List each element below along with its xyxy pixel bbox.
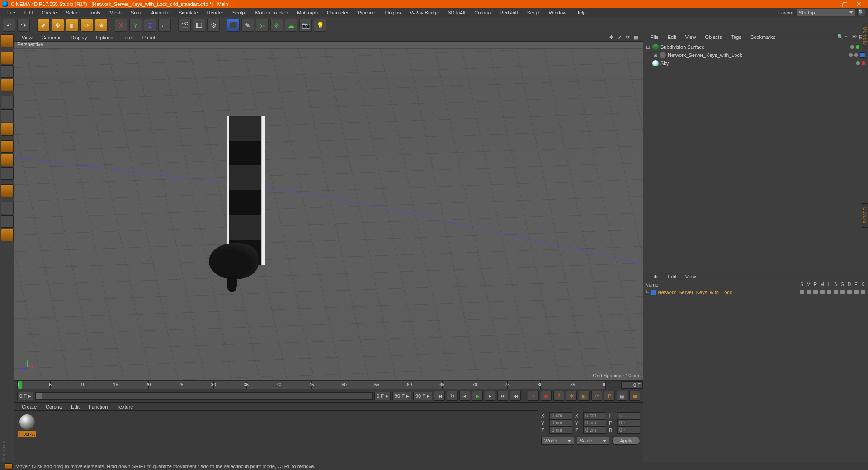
minimize-button[interactable]: — (823, 1, 837, 7)
object-manager-tree[interactable]: ⊟Subdivision Surface✓⊞Network_Server_Key… (643, 41, 868, 272)
layer-col-g[interactable]: G (839, 282, 846, 287)
add-generator-button[interactable]: ◎ (256, 19, 269, 32)
menu-help[interactable]: Help (571, 8, 590, 17)
material-swatch[interactable]: Floor-st (18, 414, 36, 437)
axis-z-lock[interactable]: Z (144, 19, 156, 32)
render-view-button[interactable]: 🎬 (178, 19, 191, 32)
play-button[interactable]: ▶ (472, 391, 483, 401)
layermenu-file[interactable]: File (646, 274, 663, 279)
scrub-frame-field[interactable]: 0 F▸ (374, 392, 391, 400)
render-pv-button[interactable]: 🎞 (193, 19, 205, 32)
add-light-button[interactable]: 💡 (314, 19, 326, 32)
viewport-layout-icon[interactable]: ▦ (634, 34, 640, 41)
timeline-endframe-field[interactable]: 0 F (621, 381, 643, 389)
menu-snap[interactable]: Snap (126, 8, 147, 17)
menu-simulate[interactable]: Simulate (174, 8, 203, 17)
object-name[interactable]: Subdivision Surface (660, 44, 704, 50)
objmenu-file[interactable]: File (646, 34, 663, 40)
redo-button[interactable]: ↷ (17, 19, 30, 32)
layer-flag-icon[interactable] (820, 290, 825, 294)
matmenu-function[interactable]: Function (84, 404, 112, 409)
layer-flag-icon[interactable] (834, 290, 838, 294)
add-camera-button[interactable]: 📷 (299, 19, 312, 32)
param-key-button[interactable]: P (604, 391, 615, 401)
viewport-nav-move-icon[interactable]: ✥ (609, 34, 616, 41)
lock-workplane-button[interactable] (1, 215, 14, 228)
workplane-button[interactable] (1, 202, 14, 214)
timeline-ruler[interactable]: 051015202530354045505560657075808590 0 F (14, 381, 643, 390)
layer-flag-icon[interactable] (847, 290, 852, 294)
vmenu-display[interactable]: Display (66, 35, 91, 40)
objmenu-tags[interactable]: Tags (726, 34, 746, 40)
vmenu-cameras[interactable]: Cameras (37, 35, 66, 40)
model-mode-button[interactable] (1, 52, 14, 64)
viewport-nav-zoom-icon[interactable]: ⤢ (618, 34, 624, 41)
visibility-dot-icon[interactable] (856, 61, 860, 65)
dopesheet-button[interactable]: ▦ (617, 391, 627, 401)
visibility-dot-icon[interactable] (850, 45, 854, 49)
layer-flag-icon[interactable] (854, 290, 859, 294)
visibility-dot-icon[interactable] (849, 53, 853, 57)
om-eye-icon[interactable]: 👁 (852, 34, 858, 40)
menu-tools[interactable]: Tools (84, 8, 105, 17)
workplane-mode-button[interactable] (1, 79, 14, 91)
menu-redshift[interactable]: Redshift (495, 8, 522, 17)
make-editable-button[interactable] (1, 34, 14, 47)
coord-rot-field[interactable]: 0 ° (617, 427, 640, 434)
layer-col-e[interactable]: E (853, 282, 859, 287)
keyselection-button[interactable]: ? (553, 391, 564, 401)
layermenu-view[interactable]: View (681, 274, 701, 279)
tree-expander-icon[interactable]: ⊞ (653, 52, 658, 58)
layer-color-swatch[interactable] (651, 290, 656, 295)
layer-name[interactable]: Network_Server_Keys_with_Lock (658, 290, 732, 295)
menu-pipeline[interactable]: Pipeline (353, 8, 380, 17)
coord-pos-field[interactable]: 0 cm (549, 419, 572, 427)
goto-start-button[interactable]: ⏮ (434, 391, 445, 401)
texture-mode-button[interactable] (1, 65, 14, 78)
menu-animate[interactable]: Animate (147, 8, 174, 17)
coord-pos-field[interactable]: 0 cm (549, 412, 572, 419)
layer-flag-icon[interactable] (827, 290, 831, 294)
rotate-tool[interactable]: ⟳ (80, 19, 93, 32)
material-list[interactable]: Floor-st (14, 411, 538, 462)
loop-button[interactable]: ↻ (447, 391, 458, 401)
close-button[interactable]: ✕ (852, 1, 866, 7)
menu-sculpt[interactable]: Sculpt (228, 8, 251, 17)
object-tree-item[interactable]: Sky (646, 59, 865, 67)
axis-tool-2[interactable] (1, 154, 14, 166)
scale-tool[interactable]: ◧ (66, 19, 79, 32)
layer-col-r[interactable]: R (812, 282, 819, 287)
edges-mode-button[interactable] (1, 109, 14, 122)
menu-mograph[interactable]: MoGraph (292, 8, 322, 17)
viewport-3d[interactable]: Grid Spacing : 10 cm (14, 49, 643, 381)
object-name[interactable]: Sky (660, 61, 669, 66)
coord-mode-scale[interactable]: Scale (577, 437, 610, 445)
axis-x-lock[interactable]: X (115, 19, 127, 32)
coord-pos-field[interactable]: 0 cm (549, 427, 572, 434)
layer-row[interactable]: └Network_Server_Keys_with_Lock (645, 288, 866, 296)
vmenu-options[interactable]: Options (91, 35, 118, 40)
add-primitive-button[interactable]: ⬛ (227, 19, 240, 32)
start-frame-field[interactable]: 0 F▸ (17, 392, 33, 400)
layer-flag-icon[interactable] (813, 290, 818, 294)
layer-col-x[interactable]: X (859, 282, 866, 287)
axis-y-lock[interactable]: Y (129, 19, 142, 32)
object-tree-item[interactable]: ⊞Network_Server_Keys_with_Lock (646, 51, 865, 59)
vmenu-filter[interactable]: Filter (118, 35, 137, 40)
menu-character[interactable]: Character (322, 8, 353, 17)
goto-last-button[interactable]: ⏭ (510, 391, 521, 401)
timeline-rangebar[interactable] (35, 392, 373, 400)
visibility-dot-icon[interactable] (854, 53, 858, 57)
matmenu-corona[interactable]: Corona (41, 404, 66, 409)
objmenu-edit[interactable]: Edit (663, 34, 681, 40)
range-end-field[interactable]: 90 F▸ (392, 392, 411, 400)
menu-vraybridge[interactable]: V-Ray Bridge (406, 8, 444, 17)
menu-render[interactable]: Render (203, 8, 228, 17)
matmenu-texture[interactable]: Texture (112, 404, 137, 409)
add-spline-button[interactable]: ✎ (241, 19, 254, 32)
menu-window[interactable]: Window (544, 8, 571, 17)
polys-mode-button[interactable] (1, 123, 14, 136)
menu-plugins[interactable]: Plugins (380, 8, 405, 17)
maximize-button[interactable]: ▢ (837, 1, 852, 7)
object-name[interactable]: Network_Server_Keys_with_Lock (668, 52, 742, 58)
